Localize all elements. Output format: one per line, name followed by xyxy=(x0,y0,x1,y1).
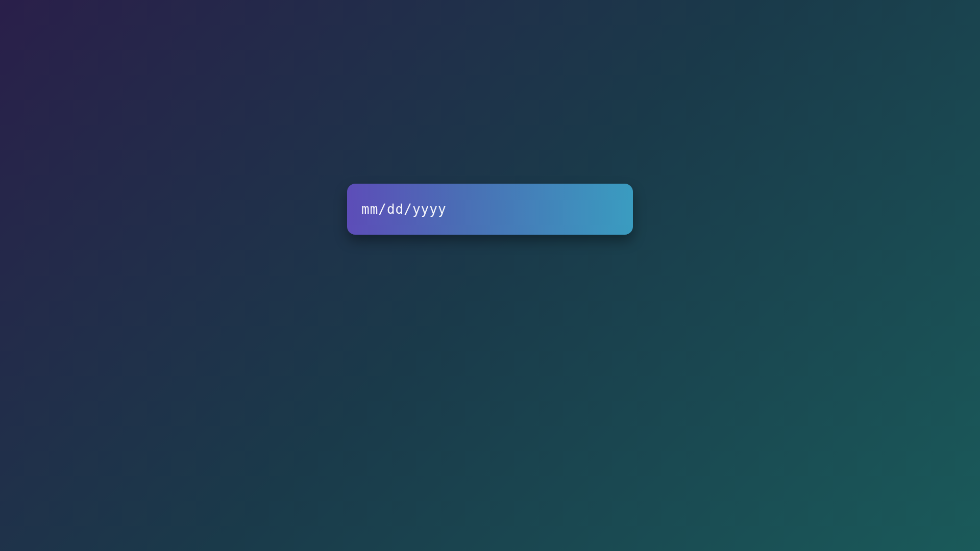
date-input-container[interactable]: mm/dd/yyyy xyxy=(347,184,633,235)
date-placeholder: mm/dd/yyyy xyxy=(361,202,447,217)
